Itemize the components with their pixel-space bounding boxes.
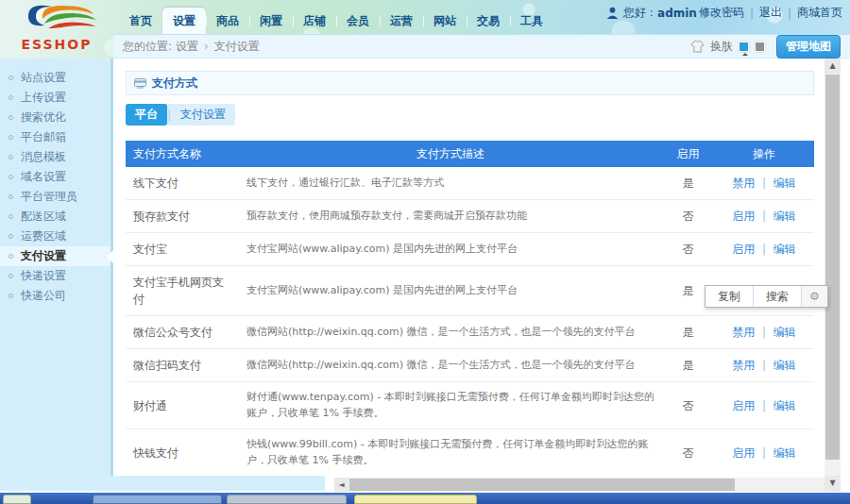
sidebar-item[interactable]: 站点设置 [0,68,110,88]
sidebar-item[interactable]: 搜索优化 [0,108,110,127]
nav-tab[interactable]: 首页 [119,8,162,34]
toggle-enable-link[interactable]: 启用 [732,210,755,223]
nav-tab[interactable]: 闲置 [249,8,293,34]
toggle-enable-link[interactable]: 禁用 [732,326,755,339]
sidebar-item[interactable]: 快递公司 [0,286,110,306]
sidebar-item-label: 支付设置 [21,249,66,262]
main-content: 支付方式 平台 | 支付设置 支付方式名称 支付方式描述 启用 操作 线下支付 … [116,59,824,476]
horizontal-scrollbar[interactable]: ◄ ► [334,478,841,492]
taskbar-window-button[interactable] [93,495,222,504]
table-row: 快钱支付 快钱(www.99bill.com) - 本即时到账接口无需预付费，任… [126,429,814,477]
edit-link[interactable]: 编辑 [774,243,796,256]
sidebar-item[interactable]: 平台管理员 [0,187,110,207]
toggle-enable-link[interactable]: 禁用 [732,359,755,372]
sidebar-item-label: 快递公司 [21,289,66,302]
edit-link[interactable]: 编辑 [774,210,796,223]
tab-payment-settings[interactable]: 支付设置 [171,104,235,126]
top-link[interactable]: 退出 [759,5,782,21]
scroll-left-arrow-icon[interactable]: ◄ [334,478,348,492]
payment-actions: 禁用 | 编辑 [714,167,814,199]
gear-icon[interactable]: ⚙ [802,286,827,307]
settings-sidebar: 站点设置 上传设置 搜索优化 平台邮箱 消息模板 [0,59,113,476]
username: admin [657,7,697,20]
sidebar-item-label: 运费区域 [21,229,66,243]
taskbar-window-button-active[interactable] [354,495,477,504]
payment-actions: 禁用 | 编辑 [714,349,814,381]
payment-desc: 微信网站(http://weixin.qq.com) 微信，是一个生活方式，也是… [239,350,662,381]
nav-tab[interactable]: 商品 [206,8,249,34]
breadcrumb-section-link[interactable]: 设置 [176,39,198,55]
scroll-up-arrow-icon[interactable]: ▲ [824,59,841,74]
sidebar-item[interactable]: 消息模板 [0,147,110,167]
top-link[interactable]: 修改密码 [699,5,744,21]
edit-link[interactable]: 编辑 [774,176,796,190]
top-banner: ESSHOP 首页 设置 商品 闲置 店铺 会员 运营 [0,0,850,59]
payment-methods-table: 支付方式名称 支付方式描述 启用 操作 线下支付 线下支付，通过银行汇款、电子汇… [126,141,814,504]
sidebar-item[interactable]: 快递设置 [0,266,110,286]
vertical-scrollbar-thumb[interactable] [825,75,840,460]
toggle-enable-link[interactable]: 启用 [732,399,755,412]
payment-actions: 禁用 | 编辑 [714,316,814,348]
sidebar-item[interactable]: 支付设置 [0,246,110,266]
bullet-icon [8,234,13,239]
nav-tab[interactable]: 工具 [510,8,553,34]
sidebar-item[interactable]: 上传设置 [0,88,110,108]
vertical-scrollbar[interactable]: ▲ ▼ [824,59,841,491]
table-row: 微信扫码支付 微信网站(http://weixin.qq.com) 微信，是一个… [126,349,814,382]
payment-desc: 快钱(www.99bill.com) - 本即时到账接口无需预付费，任何订单金额… [239,429,662,476]
nav-tab[interactable]: 网站 [423,8,467,34]
skin-swatch-gray[interactable] [755,42,765,52]
col-header-name: 支付方式名称 [126,141,239,167]
edit-link[interactable]: 编辑 [774,359,796,372]
tab-platform[interactable]: 平台 [126,104,167,126]
nav-tab[interactable]: 交易 [467,8,510,34]
sidebar-item[interactable]: 平台邮箱 [0,127,110,147]
payment-desc: 预存款支付，使用商城预存款支付，需要商城开启预存款功能 [239,201,662,232]
payment-section-icon [134,78,146,89]
sidebar-item[interactable]: 域名设置 [0,167,110,187]
sidebar-item-label: 域名设置 [21,170,66,183]
nav-tab-list: 首页 设置 商品 闲置 店铺 会员 运营 网站 交易 工具 [119,8,553,34]
bullet-icon [8,175,13,179]
manage-map-button[interactable]: 管理地图 [776,35,841,59]
horizontal-scrollbar-thumb[interactable] [349,479,735,491]
toggle-enable-link[interactable]: 启用 [732,446,755,460]
nav-tab[interactable]: 店铺 [293,8,336,34]
edit-link[interactable]: 编辑 [774,446,796,460]
payment-name: 微信公众号支付 [126,316,239,348]
logo-text: ESSHOP [0,37,113,52]
col-header-actions: 操作 [714,141,814,167]
edit-link[interactable]: 编辑 [774,326,796,339]
toggle-enable-link[interactable]: 禁用 [732,176,755,190]
sidebar-item-label: 消息模板 [21,150,66,163]
bullet-icon [8,194,13,199]
edit-link[interactable]: 编辑 [774,399,796,412]
copy-button[interactable]: 复制 [706,286,754,307]
table-row: 支付宝 支付宝网站(www.alipay.com) 是国内先进的网上支付平台 否… [126,233,814,266]
section-title: 支付方式 [152,76,197,92]
action-separator: | [762,399,766,412]
sidebar-item[interactable]: 运费区域 [0,227,110,246]
payment-actions: 启用 | 编辑 [714,200,814,232]
windows-taskbar [0,493,850,504]
nav-tab[interactable]: 会员 [336,8,380,34]
nav-tab[interactable]: 设置 [162,8,206,34]
bullet-icon [8,254,13,259]
sidebar-item-label: 上传设置 [21,91,66,104]
taskbar-start-button[interactable] [3,495,31,504]
breadcrumb-right-tools: 换肤 管理地图 [690,35,841,59]
bullet-icon [8,135,13,140]
skin-swatch-blue[interactable] [739,42,749,52]
scroll-down-arrow-icon[interactable]: ▼ [824,476,841,491]
search-button[interactable]: 搜索 [754,286,802,307]
section-header: 支付方式 [126,71,814,95]
change-skin-label[interactable]: 换肤 [710,39,733,55]
action-separator: | [762,176,766,190]
taskbar-window-button[interactable] [227,495,347,504]
sidebar-item[interactable]: 配送区域 [0,207,110,227]
sidebar-bottom-filler [0,476,328,491]
nav-tab[interactable]: 运营 [380,8,423,34]
content-tabs: 平台 | 支付设置 [126,104,235,126]
toggle-enable-link[interactable]: 启用 [732,243,755,256]
top-link[interactable]: 商城首页 [797,5,842,21]
